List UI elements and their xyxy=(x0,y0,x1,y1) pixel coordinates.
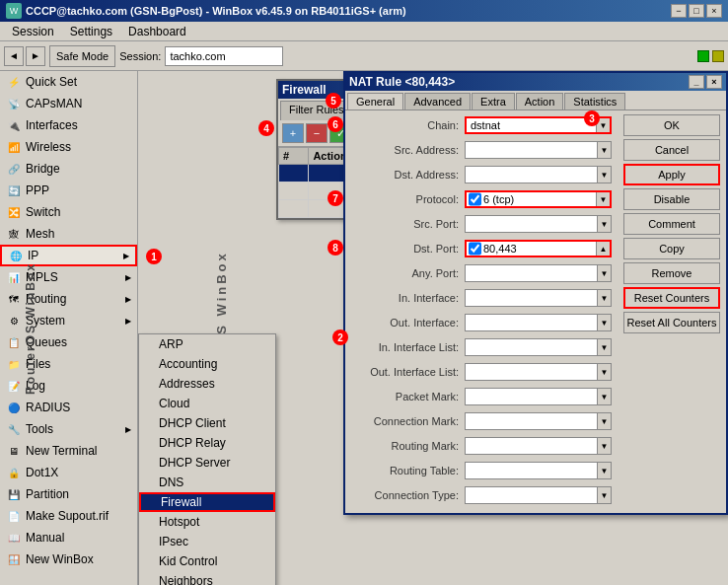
sidebar-item-make-supout[interactable]: 📄 Make Supout.rif xyxy=(0,505,137,527)
ip-menu-arp[interactable]: ARP xyxy=(139,334,275,354)
dst-address-arrow[interactable]: ▼ xyxy=(597,167,611,183)
sidebar-item-log[interactable]: 📝 Log xyxy=(0,375,137,397)
reset-all-counters-button[interactable]: Reset All Counters xyxy=(623,312,720,333)
ip-menu-neighbors[interactable]: Neighbors xyxy=(139,571,275,585)
out-interface-list-control[interactable]: ▼ xyxy=(465,363,612,381)
session-input[interactable] xyxy=(165,46,283,66)
dst-port-control[interactable]: 80,443 ▲ xyxy=(465,240,612,257)
nat-tab-general[interactable]: General xyxy=(347,93,403,110)
protocol-control[interactable]: 6 (tcp) ▼ xyxy=(465,190,612,208)
ip-menu-firewall[interactable]: Firewall xyxy=(139,492,275,512)
packet-mark-control[interactable]: ▼ xyxy=(465,388,612,405)
maximize-button[interactable]: □ xyxy=(689,4,704,18)
sidebar-item-dot1x[interactable]: 🔒 Dot1X xyxy=(0,462,137,483)
sidebar-item-system[interactable]: ⚙ System ▶ xyxy=(0,310,137,331)
sidebar-item-switch[interactable]: 🔀 Switch xyxy=(0,201,137,223)
sidebar-item-partition[interactable]: 💾 Partition xyxy=(0,483,137,505)
connection-type-control[interactable]: ▼ xyxy=(465,486,612,504)
routing-mark-arrow[interactable]: ▼ xyxy=(597,438,611,454)
protocol-arrow[interactable]: ▼ xyxy=(596,192,610,206)
in-interface-list-arrow[interactable]: ▼ xyxy=(597,339,611,355)
sidebar-item-interfaces[interactable]: 🔌 Interfaces xyxy=(0,114,137,136)
sidebar-item-capsman[interactable]: 📡 CAPsMAN xyxy=(0,93,137,114)
ip-menu-ipsec[interactable]: IPsec xyxy=(139,532,275,551)
src-port-arrow[interactable]: ▼ xyxy=(597,216,611,232)
ip-menu-dns[interactable]: DNS xyxy=(139,473,275,492)
close-button[interactable]: × xyxy=(706,4,722,18)
nat-close-icon[interactable]: × xyxy=(706,75,722,89)
ip-menu-accounting[interactable]: Accounting xyxy=(139,354,275,374)
out-interface-list-arrow[interactable]: ▼ xyxy=(597,364,611,380)
fw-add-button[interactable]: + xyxy=(282,123,304,143)
sidebar-item-files[interactable]: 📁 Files xyxy=(0,353,137,375)
menu-settings[interactable]: Settings xyxy=(62,23,120,40)
comment-button[interactable]: Comment xyxy=(623,213,720,235)
safe-mode-button[interactable]: Safe Mode xyxy=(49,45,115,67)
dst-address-control[interactable]: ▼ xyxy=(465,166,612,183)
routing-mark-control[interactable]: ▼ xyxy=(465,437,612,455)
routing-table-control[interactable]: ▼ xyxy=(465,462,612,479)
sidebar-item-mpls[interactable]: 📊 MPLS ▶ xyxy=(0,266,137,288)
tab-filter-rules[interactable]: Filter Rules xyxy=(280,101,353,120)
src-port-control[interactable]: ▼ xyxy=(465,215,612,233)
ok-button[interactable]: OK xyxy=(623,114,720,136)
menu-dashboard[interactable]: Dashboard xyxy=(120,23,194,40)
sidebar-item-manual[interactable]: 📖 Manual xyxy=(0,527,137,548)
any-port-control[interactable]: ▼ xyxy=(465,264,612,282)
disable-button[interactable]: Disable xyxy=(623,188,720,210)
protocol-checkbox[interactable] xyxy=(469,192,481,206)
sidebar-item-ip[interactable]: 🌐 IP ▶ xyxy=(0,245,137,266)
src-address-arrow[interactable]: ▼ xyxy=(597,142,611,158)
ip-menu-addresses[interactable]: Addresses xyxy=(139,374,275,394)
menu-session[interactable]: Session xyxy=(4,23,62,40)
window-controls[interactable]: − □ × xyxy=(671,4,722,18)
dst-port-arrow[interactable]: ▲ xyxy=(596,242,610,256)
back-button[interactable]: ◄ xyxy=(4,46,24,66)
fw-remove-button[interactable]: − xyxy=(306,123,328,143)
minimize-button[interactable]: − xyxy=(671,4,687,18)
nat-tab-advanced[interactable]: Advanced xyxy=(404,93,471,110)
copy-button[interactable]: Copy xyxy=(623,238,720,259)
remove-button[interactable]: Remove xyxy=(623,262,720,284)
sidebar-item-bridge[interactable]: 🔗 Bridge xyxy=(0,158,137,180)
connection-mark-arrow[interactable]: ▼ xyxy=(597,413,611,429)
out-interface-arrow[interactable]: ▼ xyxy=(597,315,611,330)
cancel-button[interactable]: Cancel xyxy=(623,139,720,161)
nat-tab-statistics[interactable]: Statistics xyxy=(564,93,625,110)
connection-mark-control[interactable]: ▼ xyxy=(465,412,612,430)
routing-table-arrow[interactable]: ▼ xyxy=(597,463,611,478)
ip-menu-hotspot[interactable]: Hotspot xyxy=(139,512,275,532)
sidebar-item-tools[interactable]: 🔧 Tools ▶ xyxy=(0,418,137,440)
sidebar-item-new-terminal[interactable]: 🖥 New Terminal xyxy=(0,440,137,462)
sidebar-item-quick-set[interactable]: ⚡ Quick Set xyxy=(0,71,137,93)
apply-button[interactable]: Apply xyxy=(623,164,720,185)
sidebar-item-radius[interactable]: 🔵 RADIUS xyxy=(0,397,137,418)
in-interface-arrow[interactable]: ▼ xyxy=(597,290,611,306)
sidebar-item-queues[interactable]: 📋 Queues xyxy=(0,331,137,353)
any-port-arrow[interactable]: ▼ xyxy=(597,265,611,281)
out-interface-control[interactable]: ▼ xyxy=(465,314,612,331)
connection-type-arrow[interactable]: ▼ xyxy=(597,487,611,503)
nat-tab-extra[interactable]: Extra xyxy=(472,93,515,110)
ip-menu-dhcp-client[interactable]: DHCP Client xyxy=(139,413,275,433)
ip-dropdown-menu[interactable]: ARP Accounting Addresses Cloud DHCP Clie… xyxy=(138,333,276,585)
ip-menu-cloud[interactable]: Cloud xyxy=(139,394,275,413)
src-address-control[interactable]: ▼ xyxy=(465,141,612,159)
in-interface-list-control[interactable]: ▼ xyxy=(465,338,612,356)
ip-menu-kid-control[interactable]: Kid Control xyxy=(139,551,275,571)
sidebar-item-mesh[interactable]: 🕸 Mesh xyxy=(0,223,137,245)
forward-button[interactable]: ► xyxy=(26,46,45,66)
reset-counters-button[interactable]: Reset Counters xyxy=(623,287,720,309)
ip-menu-dhcp-server[interactable]: DHCP Server xyxy=(139,453,275,473)
packet-mark-label: Packet Mark: xyxy=(351,391,465,402)
nat-minimize-icon[interactable]: _ xyxy=(689,75,704,89)
ip-menu-dhcp-relay[interactable]: DHCP Relay xyxy=(139,433,275,453)
sidebar-item-wireless[interactable]: 📶 Wireless xyxy=(0,136,137,158)
dst-port-checkbox[interactable] xyxy=(469,242,481,256)
sidebar-item-new-winbox[interactable]: 🪟 New WinBox xyxy=(0,548,137,570)
sidebar-item-routing[interactable]: 🗺 Routing ▶ xyxy=(0,288,137,310)
in-interface-control[interactable]: ▼ xyxy=(465,289,612,307)
sidebar-item-ppp[interactable]: 🔄 PPP xyxy=(0,180,137,201)
nat-tab-action[interactable]: Action xyxy=(516,93,564,110)
packet-mark-arrow[interactable]: ▼ xyxy=(597,389,611,404)
